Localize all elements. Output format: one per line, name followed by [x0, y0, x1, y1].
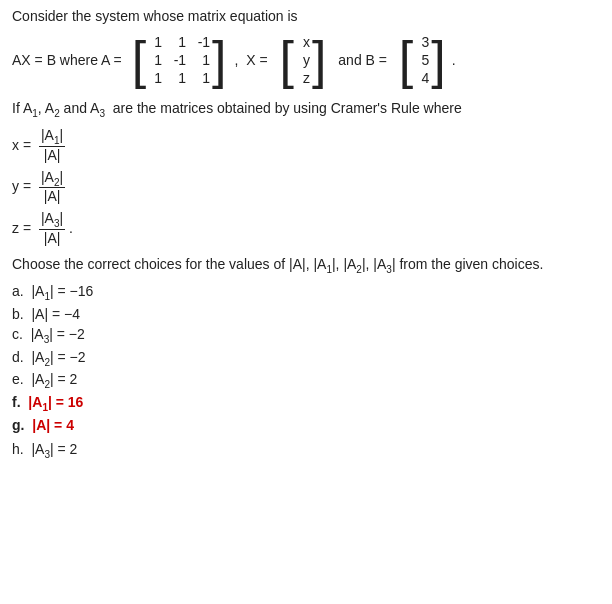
z-denominator: |A| — [42, 230, 63, 246]
x-equation: x = |A1| |A| — [12, 127, 600, 163]
x-label: x = — [12, 137, 35, 153]
matrix-a-cells: 1 1 -1 1 -1 1 1 1 1 — [148, 34, 210, 86]
cell: 1 — [196, 70, 210, 86]
cell: 5 — [415, 52, 429, 68]
bracket-left-a: [ — [132, 34, 146, 86]
choice-label: c. — [12, 326, 27, 342]
cell: y — [296, 52, 310, 68]
cell: 1 — [148, 70, 162, 86]
choice-label: f. — [12, 394, 24, 410]
cell: -1 — [172, 52, 186, 68]
x-numerator: |A1| — [39, 127, 65, 147]
choice-label: e. — [12, 371, 28, 387]
bracket-right-a: ] — [212, 34, 226, 86]
choice-text: |A1| = 16 — [28, 394, 83, 410]
cell: 4 — [415, 70, 429, 86]
y-numerator: |A2| — [39, 169, 65, 189]
list-item[interactable]: a. |A1| = −16 — [12, 283, 600, 302]
cell: 1 — [196, 52, 210, 68]
z-period: . — [65, 220, 73, 236]
cramers-rule-line: If A1, A2 and A3 are the matrices obtain… — [12, 100, 600, 119]
list-item[interactable]: c. |A3| = −2 — [12, 326, 600, 345]
matrix-x: [ x y z ] — [280, 34, 327, 86]
matrix-b: [ 3 5 4 ] — [399, 34, 446, 86]
matrix-b-cells: 3 5 4 — [415, 34, 429, 86]
z-equation: z = |A3| |A| . — [12, 210, 600, 246]
choices-list: a. |A1| = −16 b. |A| = −4 c. |A3| = −2 d… — [12, 283, 600, 460]
list-item[interactable]: f. |A1| = 16 — [12, 394, 600, 413]
z-fraction: |A3| |A| — [39, 210, 65, 246]
y-label: y = — [12, 178, 35, 194]
bracket-right-b: ] — [431, 34, 445, 86]
choice-text: |A2| = 2 — [31, 371, 77, 387]
choice-label: g. — [12, 417, 28, 433]
cell: 1 — [148, 34, 162, 50]
cell: x — [296, 34, 310, 50]
choice-label: a. — [12, 283, 28, 299]
choice-label: d. — [12, 349, 28, 365]
list-item[interactable]: g. |A| = 4 — [12, 417, 600, 433]
matrix-equation: AX = B where A = [ 1 1 -1 1 -1 1 1 1 1 ]… — [12, 34, 600, 86]
choice-label: b. — [12, 306, 28, 322]
choose-line: Choose the correct choices for the value… — [12, 256, 600, 275]
bracket-left-x: [ — [280, 34, 294, 86]
y-denominator: |A| — [42, 188, 63, 204]
choice-text: |A| = −4 — [31, 306, 80, 322]
y-equation: y = |A2| |A| — [12, 169, 600, 205]
matrix-x-cells: x y z — [296, 34, 310, 86]
z-label: z = — [12, 220, 35, 236]
matrix-a: [ 1 1 -1 1 -1 1 1 1 1 ] — [132, 34, 227, 86]
choice-text: |A1| = −16 — [31, 283, 93, 299]
bracket-left-b: [ — [399, 34, 413, 86]
x-denominator: |A| — [42, 147, 63, 163]
y-fraction: |A2| |A| — [39, 169, 65, 205]
choice-text: |A2| = −2 — [31, 349, 85, 365]
choice-text: |A3| = 2 — [31, 441, 77, 457]
cell: z — [296, 70, 310, 86]
axb-label: AX = B where A = — [12, 52, 126, 68]
choice-text: |A3| = −2 — [31, 326, 85, 342]
comma: , X = — [235, 52, 272, 68]
x-fraction: |A1| |A| — [39, 127, 65, 163]
cell: 1 — [172, 70, 186, 86]
cell: 1 — [148, 52, 162, 68]
cell: -1 — [196, 34, 210, 50]
period: . — [452, 52, 456, 68]
list-item[interactable]: e. |A2| = 2 — [12, 371, 600, 390]
bracket-right-x: ] — [312, 34, 326, 86]
z-numerator: |A3| — [39, 210, 65, 230]
cell: 1 — [172, 34, 186, 50]
intro-text: Consider the system whose matrix equatio… — [12, 8, 600, 24]
list-item[interactable]: b. |A| = −4 — [12, 306, 600, 322]
list-item[interactable]: h. |A3| = 2 — [12, 441, 600, 460]
cell: 3 — [415, 34, 429, 50]
list-item[interactable]: d. |A2| = −2 — [12, 349, 600, 368]
choice-text: |A| = 4 — [32, 417, 74, 433]
choice-label: h. — [12, 441, 28, 457]
and-label: and B = — [334, 52, 390, 68]
